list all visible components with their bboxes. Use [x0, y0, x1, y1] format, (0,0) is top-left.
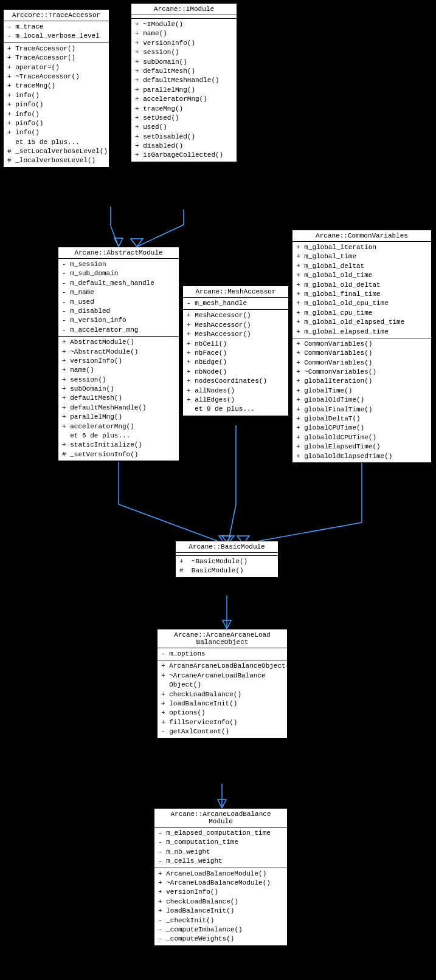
svg-line-1 — [111, 226, 119, 247]
diagram-container: Arccore::TraceAccessor - m_trace - m_loc… — [0, 0, 436, 980]
basic-module-title: Arcane::BasicModule — [176, 541, 278, 553]
load-balance-object-methods: + ArcaneArcaneLoadBalanceObject() + ~Arc… — [157, 660, 287, 738]
mesh-accessor-title: Arcane::MeshAccessor — [183, 286, 288, 298]
abstract-module-fields: - m_session - m_sub_domain - m_default_m… — [58, 259, 179, 337]
svg-line-7 — [119, 504, 225, 544]
mesh-accessor-methods: + MeshAccessor() + MeshAccessor() + Mesh… — [183, 310, 288, 415]
arcane-load-balance-object-title: Arcane::ArcaneArcaneLoadBalanceObject — [157, 629, 287, 648]
svg-marker-2 — [114, 238, 123, 247]
mesh-accessor-fields: - m_mesh_handle — [183, 298, 288, 310]
imodule-box: Arcane::IModule + ~IModule() + name() + … — [131, 3, 237, 162]
svg-marker-16 — [223, 620, 231, 629]
common-variables-title: Arcane::CommonVariables — [292, 230, 431, 242]
svg-marker-18 — [218, 800, 226, 808]
imodule-title: Arcane::IModule — [131, 4, 237, 15]
abstract-module-title: Arcane::AbstractModule — [58, 247, 179, 259]
field-row: - m_trace — [7, 22, 105, 32]
load-balance-object-fields: - m_options — [157, 648, 287, 660]
common-variables-fields: + m_global_iteration + m_global_time + m… — [292, 242, 431, 338]
trace-accessor-title: Arccore::TraceAccessor — [4, 10, 109, 21]
field-row: - m_local_verbose_level — [7, 32, 105, 41]
basic-module-methods: + ~BasicModule() # BasicModule() — [176, 556, 278, 577]
abstract-module-methods: + AbstractModule() + ~AbstractModule() +… — [58, 337, 179, 461]
trace-accessor-fields: - m_trace - m_local_verbose_level — [4, 21, 109, 43]
svg-marker-5 — [131, 239, 143, 247]
arcane-load-balance-object-box: Arcane::ArcaneArcaneLoadBalanceObject - … — [157, 629, 288, 739]
trace-accessor-box: Arccore::TraceAccessor - m_trace - m_loc… — [3, 9, 109, 168]
svg-line-4 — [137, 225, 184, 247]
common-variables-box: Arcane::CommonVariables + m_global_itera… — [292, 230, 432, 463]
basic-module-box: Arcane::BasicModule + ~BasicModule() # B… — [175, 541, 279, 578]
trace-accessor-methods: + TraceAccessor() + TraceAccessor() + op… — [4, 43, 109, 167]
imodule-methods: + ~IModule() + name() + versionInfo() + … — [131, 19, 237, 162]
load-balance-module-methods: + ArcaneLoadBalanceModule() + ~ArcaneLoa… — [154, 868, 287, 945]
abstract-module-box: Arcane::AbstractModule - m_session - m_s… — [58, 247, 179, 461]
load-balance-module-fields: - m_elapsed_computation_time - m_computa… — [154, 828, 287, 868]
common-variables-methods: + CommonVariables() + CommonVariables() … — [292, 338, 431, 462]
mesh-accessor-box: Arcane::MeshAccessor - m_mesh_handle + M… — [182, 286, 289, 416]
arcane-load-balance-module-box: Arcane::ArcaneLoadBalanceModule - m_elap… — [154, 808, 288, 946]
svg-line-10 — [228, 504, 236, 544]
arcane-load-balance-module-title: Arcane::ArcaneLoadBalanceModule — [154, 809, 287, 828]
